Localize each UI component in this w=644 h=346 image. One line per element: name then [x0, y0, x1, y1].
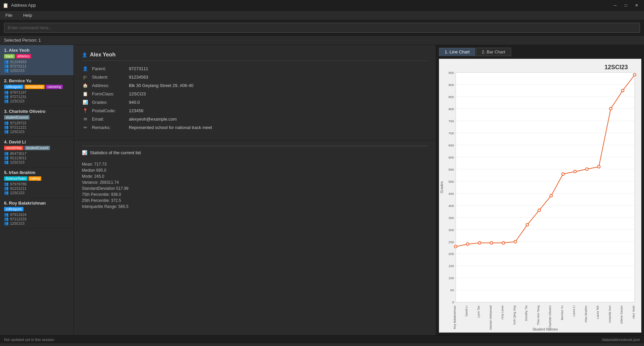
chart-container: 12SCI23 05010015020025030035040045050055… — [439, 59, 641, 333]
parent-icon: 👤 — [82, 66, 89, 71]
grades-icon: 📊 — [82, 100, 89, 105]
svg-text:Alex Yeoh: Alex Yeoh — [632, 305, 635, 319]
svg-text:900: 900 — [448, 83, 454, 87]
person-phone2: 👥 97271231 — [4, 94, 69, 99]
person-tags: trackathletics — [4, 54, 69, 58]
center-panel: 👤 Alex Yeoh 👤 Parent: 97273111 🎓 Student… — [74, 45, 436, 335]
person-item[interactable]: 6. Roy Balakrishnan colleagues 👥 9791162… — [0, 198, 73, 228]
searchbar — [0, 20, 644, 36]
person-phone2: 👥 91113011 — [4, 156, 69, 160]
selected-status: Selected Person: 1 — [0, 36, 644, 45]
detail-header: 👤 Alex Yeoh — [82, 52, 428, 61]
person-name: 4. David Li — [4, 139, 69, 144]
main-layout: 1. Alex Yeoh trackathletics 👥 91234563 👥… — [0, 45, 644, 335]
person-item[interactable]: 2. Bernice Yu colleaguesscholarshipcanoe… — [0, 76, 73, 106]
app-title: Address App — [11, 3, 36, 8]
detail-name: Alex Yeoh — [90, 52, 115, 58]
detail-grades-row: 📊 Grades: 940.0 — [82, 100, 428, 105]
close-button[interactable]: ✕ — [632, 2, 641, 9]
person-item[interactable]: 4. David Li needsHelpstudentCouncil 👥 85… — [0, 137, 73, 167]
tag: canoeing — [46, 85, 63, 89]
person-class: 👥 12SCI23 — [4, 190, 69, 195]
tab-line-chart[interactable]: 1. Line Chart — [439, 48, 475, 56]
remarks-icon: ✏ — [82, 125, 89, 130]
person-item[interactable]: 5. Irfan Ibrahim ScienceTeamsailing 👥 97… — [0, 167, 73, 198]
titlebar-left: 📋 Address App — [3, 3, 36, 8]
detail-address-row: 🏠 Address: Blk 30 Geylang Street 29, #06… — [82, 83, 428, 88]
person-phone2: 👥 97273111 — [4, 64, 69, 68]
phone1-icon: 👥 — [4, 212, 9, 217]
class-icon: 👥 — [4, 68, 9, 73]
tag: scholarship — [24, 85, 45, 89]
menu-file[interactable]: File — [3, 12, 15, 18]
phone1-icon: 👥 — [4, 182, 9, 186]
svg-text:100: 100 — [448, 276, 454, 280]
tab-bar-chart[interactable]: 2. Bar Chart — [476, 48, 511, 56]
person-phone2: 👥 91231211 — [4, 186, 69, 190]
stats-header: 📊 Statistics of the current list — [82, 146, 428, 158]
detail-formclass-row: 📋 FormClass: 12SCI23 — [82, 91, 428, 96]
phone1-icon: 👥 — [4, 59, 9, 64]
maximize-button[interactable]: □ — [621, 2, 631, 9]
person-tags: ScienceTeamsailing — [4, 176, 69, 181]
class-icon: 👥 — [4, 129, 9, 134]
grades-label: Grades: — [92, 100, 126, 105]
status-right: /data/addressbook.json — [602, 338, 640, 342]
person-name: 2. Bernice Yu — [4, 78, 69, 83]
person-tags: studentCouncil — [4, 115, 69, 120]
class-icon: 👥 — [4, 221, 9, 225]
student-value: 91234563 — [129, 75, 148, 80]
person-item[interactable]: 3. Charlotte Oliveiro studentCouncil 👥 9… — [0, 106, 73, 137]
svg-text:150: 150 — [448, 264, 454, 268]
svg-point-65 — [550, 194, 552, 197]
tag: colleagues — [4, 207, 23, 211]
svg-text:Goh Qing Jing: Goh Qing Jing — [513, 305, 516, 325]
svg-point-60 — [490, 242, 493, 244]
svg-point-70 — [609, 107, 612, 110]
stats-iqr: Interquartile Range: 565.5 — [82, 204, 428, 209]
person-tags: colleaguesscholarshipcanoeing — [4, 85, 69, 89]
address-icon: 🏠 — [82, 83, 89, 88]
person-phone1: 👥 97978789 — [4, 182, 69, 186]
minimize-button[interactable]: ─ — [610, 2, 620, 9]
svg-text:950: 950 — [448, 71, 454, 75]
person-phone1: 👥 97911624 — [4, 212, 69, 217]
svg-text:850: 850 — [448, 95, 454, 99]
search-input[interactable] — [4, 23, 640, 33]
person-list: 1. Alex Yeoh trackathletics 👥 91234563 👥… — [0, 45, 74, 335]
svg-text:250: 250 — [448, 240, 454, 244]
svg-text:450: 450 — [448, 192, 454, 196]
menu-help[interactable]: Help — [20, 12, 35, 18]
chart-tabs: 1. Line Chart 2. Bar Chart — [436, 45, 644, 56]
student-label: Student: — [92, 75, 126, 80]
tag: studentCouncil — [24, 146, 50, 150]
person-item[interactable]: 1. Alex Yeoh trackathletics 👥 91234563 👥… — [0, 45, 73, 76]
person-class: 👥 12SCI23 — [4, 68, 69, 73]
svg-text:Irfan Ibrahim: Irfan Ibrahim — [584, 305, 588, 322]
formclass-value: 12SCI23 — [129, 91, 146, 96]
svg-point-69 — [597, 165, 600, 168]
phone1-icon: 👥 — [4, 121, 9, 125]
svg-text:Amanda Sun: Amanda Sun — [608, 305, 611, 323]
class-icon: 👥 — [4, 99, 9, 103]
svg-point-58 — [466, 243, 469, 246]
svg-point-66 — [562, 173, 564, 175]
svg-point-64 — [538, 209, 541, 212]
person-class: 👥 12SCI23 — [4, 129, 69, 134]
formclass-label: FormClass: — [92, 91, 126, 96]
person-phone1: 👥 85473617 — [4, 151, 69, 156]
svg-text:Roy Balakrishnan: Roy Balakrishnan — [453, 305, 456, 329]
svg-point-67 — [574, 170, 576, 173]
svg-text:800: 800 — [448, 107, 454, 111]
svg-point-71 — [621, 89, 624, 92]
tag: ScienceTeam — [4, 176, 28, 181]
person-class: 👥 12SCI23 — [4, 99, 69, 103]
postal-label: PostalCode: — [92, 108, 126, 113]
tag: needsHelp — [4, 146, 23, 150]
svg-text:0: 0 — [452, 300, 454, 304]
titlebar: 📋 Address App ─ □ ✕ — [0, 0, 644, 11]
tag: athletics — [16, 54, 32, 58]
tag: studentCouncil — [4, 115, 30, 120]
person-phone1: 👥 91234563 — [4, 59, 69, 64]
svg-text:400: 400 — [448, 204, 454, 208]
